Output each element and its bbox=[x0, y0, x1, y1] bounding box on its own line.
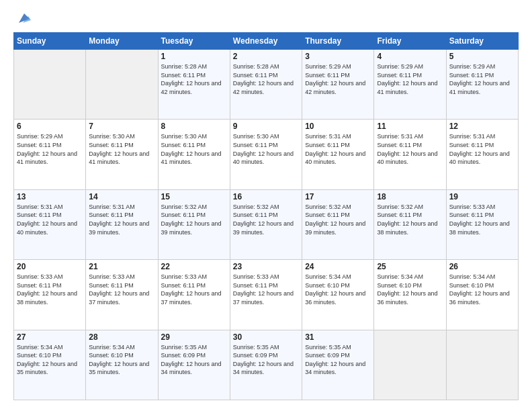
calendar-cell: 4 Sunrise: 5:29 AMSunset: 6:11 PMDayligh… bbox=[374, 50, 446, 120]
day-info: Sunrise: 5:33 AMSunset: 6:11 PMDaylight:… bbox=[89, 273, 149, 306]
day-info: Sunrise: 5:28 AMSunset: 6:11 PMDaylight:… bbox=[161, 63, 222, 95]
day-number: 22 bbox=[161, 262, 227, 271]
day-info: Sunrise: 5:32 AMSunset: 6:11 PMDaylight:… bbox=[233, 203, 294, 236]
day-number: 8 bbox=[161, 122, 227, 131]
day-info: Sunrise: 5:33 AMSunset: 6:11 PMDaylight:… bbox=[233, 273, 294, 306]
day-info: Sunrise: 5:31 AMSunset: 6:11 PMDaylight:… bbox=[89, 203, 149, 236]
calendar-table: SundayMondayTuesdayWednesdayThursdayFrid… bbox=[13, 32, 519, 400]
day-number: 31 bbox=[305, 332, 371, 342]
day-info: Sunrise: 5:34 AMSunset: 6:10 PMDaylight:… bbox=[449, 273, 510, 306]
day-number: 13 bbox=[17, 192, 83, 201]
day-info: Sunrise: 5:30 AMSunset: 6:11 PMDaylight:… bbox=[161, 133, 222, 165]
day-number: 7 bbox=[89, 122, 154, 131]
day-info: Sunrise: 5:33 AMSunset: 6:11 PMDaylight:… bbox=[17, 273, 77, 306]
day-info: Sunrise: 5:34 AMSunset: 6:10 PMDaylight:… bbox=[17, 344, 77, 376]
calendar-cell: 17 Sunrise: 5:32 AMSunset: 6:11 PMDaylig… bbox=[302, 189, 374, 259]
day-info: Sunrise: 5:33 AMSunset: 6:11 PMDaylight:… bbox=[449, 203, 510, 236]
day-info: Sunrise: 5:29 AMSunset: 6:11 PMDaylight:… bbox=[17, 133, 77, 165]
day-number: 5 bbox=[449, 52, 515, 61]
day-number: 12 bbox=[449, 122, 515, 131]
calendar-cell: 23 Sunrise: 5:33 AMSunset: 6:11 PMDaylig… bbox=[230, 260, 302, 330]
calendar-cell: 28 Sunrise: 5:34 AMSunset: 6:10 PMDaylig… bbox=[86, 330, 158, 400]
calendar-header-saturday: Saturday bbox=[446, 33, 518, 50]
calendar-cell: 12 Sunrise: 5:31 AMSunset: 6:11 PMDaylig… bbox=[446, 120, 518, 189]
day-number: 15 bbox=[161, 192, 227, 201]
day-info: Sunrise: 5:31 AMSunset: 6:11 PMDaylight:… bbox=[377, 133, 437, 165]
logo bbox=[13, 11, 31, 26]
day-number: 16 bbox=[233, 192, 299, 201]
calendar-cell: 30 Sunrise: 5:35 AMSunset: 6:09 PMDaylig… bbox=[230, 330, 302, 400]
day-info: Sunrise: 5:31 AMSunset: 6:11 PMDaylight:… bbox=[305, 133, 365, 165]
calendar-week-4: 20 Sunrise: 5:33 AMSunset: 6:11 PMDaylig… bbox=[14, 260, 519, 330]
calendar-cell: 11 Sunrise: 5:31 AMSunset: 6:11 PMDaylig… bbox=[374, 120, 446, 189]
calendar-cell: 13 Sunrise: 5:31 AMSunset: 6:11 PMDaylig… bbox=[14, 189, 86, 259]
calendar-cell bbox=[86, 50, 158, 120]
day-number: 1 bbox=[161, 52, 227, 61]
day-info: Sunrise: 5:32 AMSunset: 6:11 PMDaylight:… bbox=[305, 203, 365, 236]
day-info: Sunrise: 5:32 AMSunset: 6:11 PMDaylight:… bbox=[377, 203, 437, 236]
calendar-week-5: 27 Sunrise: 5:34 AMSunset: 6:10 PMDaylig… bbox=[14, 330, 519, 400]
day-info: Sunrise: 5:32 AMSunset: 6:11 PMDaylight:… bbox=[161, 203, 222, 236]
calendar-cell: 15 Sunrise: 5:32 AMSunset: 6:11 PMDaylig… bbox=[158, 189, 230, 259]
calendar-cell: 21 Sunrise: 5:33 AMSunset: 6:11 PMDaylig… bbox=[86, 260, 158, 330]
calendar-cell: 14 Sunrise: 5:31 AMSunset: 6:11 PMDaylig… bbox=[86, 189, 158, 259]
calendar-cell: 26 Sunrise: 5:34 AMSunset: 6:10 PMDaylig… bbox=[446, 260, 518, 330]
calendar-cell: 18 Sunrise: 5:32 AMSunset: 6:11 PMDaylig… bbox=[374, 189, 446, 259]
calendar-cell: 25 Sunrise: 5:34 AMSunset: 6:10 PMDaylig… bbox=[374, 260, 446, 330]
day-number: 18 bbox=[377, 192, 443, 201]
day-number: 24 bbox=[305, 262, 371, 271]
day-info: Sunrise: 5:33 AMSunset: 6:11 PMDaylight:… bbox=[161, 273, 222, 306]
calendar-cell bbox=[14, 50, 86, 120]
day-number: 3 bbox=[305, 52, 371, 61]
calendar-cell: 3 Sunrise: 5:29 AMSunset: 6:11 PMDayligh… bbox=[302, 50, 374, 120]
calendar-cell: 1 Sunrise: 5:28 AMSunset: 6:11 PMDayligh… bbox=[158, 50, 230, 120]
calendar-week-3: 13 Sunrise: 5:31 AMSunset: 6:11 PMDaylig… bbox=[14, 189, 519, 259]
day-info: Sunrise: 5:30 AMSunset: 6:11 PMDaylight:… bbox=[233, 133, 294, 165]
day-number: 27 bbox=[17, 332, 83, 342]
day-number: 14 bbox=[89, 192, 154, 201]
day-number: 25 bbox=[377, 262, 443, 271]
day-number: 10 bbox=[305, 122, 371, 131]
day-number: 26 bbox=[449, 262, 515, 271]
day-info: Sunrise: 5:30 AMSunset: 6:11 PMDaylight:… bbox=[89, 133, 149, 165]
day-number: 11 bbox=[377, 122, 443, 131]
calendar-cell: 6 Sunrise: 5:29 AMSunset: 6:11 PMDayligh… bbox=[14, 120, 86, 189]
day-info: Sunrise: 5:31 AMSunset: 6:11 PMDaylight:… bbox=[449, 133, 510, 165]
calendar-week-2: 6 Sunrise: 5:29 AMSunset: 6:11 PMDayligh… bbox=[14, 120, 519, 189]
calendar-header-thursday: Thursday bbox=[302, 33, 374, 50]
day-info: Sunrise: 5:34 AMSunset: 6:10 PMDaylight:… bbox=[305, 273, 365, 306]
day-info: Sunrise: 5:35 AMSunset: 6:09 PMDaylight:… bbox=[305, 344, 365, 376]
day-number: 30 bbox=[233, 332, 299, 342]
day-info: Sunrise: 5:29 AMSunset: 6:11 PMDaylight:… bbox=[305, 63, 365, 95]
day-number: 4 bbox=[377, 52, 443, 61]
calendar-cell: 5 Sunrise: 5:29 AMSunset: 6:11 PMDayligh… bbox=[446, 50, 518, 120]
day-number: 17 bbox=[305, 192, 371, 201]
calendar-cell: 9 Sunrise: 5:30 AMSunset: 6:11 PMDayligh… bbox=[230, 120, 302, 189]
calendar-cell: 7 Sunrise: 5:30 AMSunset: 6:11 PMDayligh… bbox=[86, 120, 158, 189]
day-number: 21 bbox=[89, 262, 154, 271]
calendar-header-sunday: Sunday bbox=[14, 33, 86, 50]
calendar-cell: 2 Sunrise: 5:28 AMSunset: 6:11 PMDayligh… bbox=[230, 50, 302, 120]
day-number: 6 bbox=[17, 122, 83, 131]
day-number: 19 bbox=[449, 192, 515, 201]
calendar-header-wednesday: Wednesday bbox=[230, 33, 302, 50]
day-info: Sunrise: 5:34 AMSunset: 6:10 PMDaylight:… bbox=[377, 273, 437, 306]
page: SundayMondayTuesdayWednesdayThursdayFrid… bbox=[0, 0, 532, 411]
calendar-header-friday: Friday bbox=[374, 33, 446, 50]
calendar-cell: 8 Sunrise: 5:30 AMSunset: 6:11 PMDayligh… bbox=[158, 120, 230, 189]
day-info: Sunrise: 5:28 AMSunset: 6:11 PMDaylight:… bbox=[233, 63, 294, 95]
day-info: Sunrise: 5:34 AMSunset: 6:10 PMDaylight:… bbox=[89, 344, 149, 376]
calendar-cell: 22 Sunrise: 5:33 AMSunset: 6:11 PMDaylig… bbox=[158, 260, 230, 330]
day-info: Sunrise: 5:29 AMSunset: 6:11 PMDaylight:… bbox=[449, 63, 510, 95]
calendar-cell: 31 Sunrise: 5:35 AMSunset: 6:09 PMDaylig… bbox=[302, 330, 374, 400]
day-number: 29 bbox=[161, 332, 227, 342]
day-info: Sunrise: 5:29 AMSunset: 6:11 PMDaylight:… bbox=[377, 63, 437, 95]
calendar-header-tuesday: Tuesday bbox=[158, 33, 230, 50]
header bbox=[13, 11, 519, 26]
calendar-cell: 20 Sunrise: 5:33 AMSunset: 6:11 PMDaylig… bbox=[14, 260, 86, 330]
calendar-cell bbox=[446, 330, 518, 400]
calendar-header-monday: Monday bbox=[86, 33, 158, 50]
calendar-week-1: 1 Sunrise: 5:28 AMSunset: 6:11 PMDayligh… bbox=[14, 50, 519, 120]
calendar-cell: 24 Sunrise: 5:34 AMSunset: 6:10 PMDaylig… bbox=[302, 260, 374, 330]
calendar-cell: 27 Sunrise: 5:34 AMSunset: 6:10 PMDaylig… bbox=[14, 330, 86, 400]
